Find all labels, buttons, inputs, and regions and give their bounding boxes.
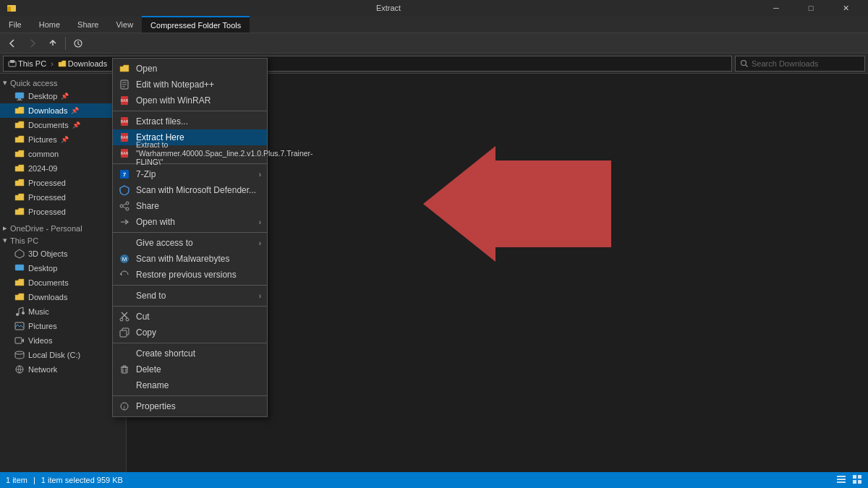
svg-rect-14 [15, 338, 22, 343]
sidebar-quick-access-header[interactable]: ▾ Quick access [0, 77, 126, 89]
ctx-edit-notepad-label: Edit with Notepad++ [136, 80, 261, 90]
ribbon-tab-share[interactable]: Share [69, 16, 107, 33]
sidebar-item-processed-2[interactable]: Processed [0, 190, 126, 205]
close-button[interactable]: ✕ [829, 0, 862, 16]
ctx-scan-defender[interactable]: Scan with Microsoft Defender... [113, 182, 267, 198]
path-this-pc[interactable]: This PC [8, 59, 46, 68]
pictures-icon-2 [14, 321, 25, 331]
status-selection: 1 item selected 959 KB [41, 476, 123, 484]
sidebar-item-documents[interactable]: Documents 📌 [0, 118, 126, 132]
ctx-sep-1 [113, 111, 267, 111]
ribbon-tab-file[interactable]: File [0, 16, 30, 33]
up-button[interactable] [43, 35, 62, 51]
ribbon-tab-home[interactable]: Home [30, 16, 69, 33]
svg-point-5 [741, 60, 746, 65]
extract-here-icon: RAR [119, 132, 130, 143]
desktop-icon-2 [14, 263, 25, 273]
title-bar: Extract ─ □ ✕ [0, 0, 868, 16]
ctx-send-to[interactable]: Send to › [113, 288, 267, 304]
sidebar-item-downloads-2[interactable]: Downloads [0, 290, 126, 304]
sidebar-onedrive-header[interactable]: ▸ OneDrive - Personal [0, 222, 126, 234]
sidebar-desktop-2-label: Desktop [28, 264, 57, 273]
ctx-open[interactable]: Open [113, 61, 267, 77]
svg-rect-7 [18, 98, 21, 100]
svg-point-38 [126, 202, 129, 205]
back-button[interactable] [3, 35, 22, 51]
sidebar-item-network[interactable]: Network [0, 362, 126, 377]
extract-to-icon: RAR [119, 147, 130, 159]
view-details-icon[interactable] [852, 474, 862, 486]
svg-text:RAR: RAR [121, 98, 129, 103]
svg-rect-10 [15, 265, 24, 270]
sidebar-item-pictures[interactable]: Pictures 📌 [0, 132, 126, 147]
ctx-delete[interactable]: Delete [113, 361, 267, 377]
sidebar-item-downloads[interactable]: Downloads 📌 [0, 103, 126, 118]
ctx-share-label: Share [136, 201, 261, 211]
ctx-give-access-arrow: › [259, 239, 261, 247]
sidebar-onedrive-label: OneDrive - Personal [10, 224, 82, 233]
ribbon-tab-view[interactable]: View [107, 16, 142, 33]
search-box[interactable]: Search Downloads [735, 56, 865, 72]
view-list-icon[interactable] [836, 474, 846, 486]
sidebar-item-3d-objects[interactable]: 3D Objects [0, 247, 126, 261]
sidebar-videos-label: Videos [28, 336, 52, 345]
ctx-properties-label: Properties [136, 401, 261, 411]
winrar-icon: RAR [119, 95, 130, 106]
ctx-restore-versions[interactable]: Restore previous versions [113, 267, 267, 283]
ctx-7zip[interactable]: 7 7-Zip › [113, 166, 267, 182]
pin-icon: 📌 [61, 93, 69, 100]
sidebar-item-music[interactable]: Music [0, 304, 126, 319]
cut-icon [119, 311, 130, 322]
sidebar-item-desktop[interactable]: Desktop 📌 [0, 89, 126, 103]
sidebar: ▾ Quick access Desktop 📌 Downloads 📌 Doc… [0, 74, 127, 472]
sidebar-item-pictures-2[interactable]: Pictures [0, 319, 126, 333]
svg-rect-52 [837, 481, 846, 483]
documents-icon-2 [14, 278, 25, 288]
forward-button[interactable] [23, 35, 42, 51]
restore-icon [119, 269, 130, 281]
ctx-give-access-label: Give access to [136, 238, 253, 248]
ctx-edit-notepad[interactable]: Edit with Notepad++ [113, 77, 267, 93]
sidebar-item-common[interactable]: common [0, 147, 126, 161]
ctx-scan-malwarebytes[interactable]: M Scan with Malwarebytes [113, 251, 267, 267]
sidebar-item-videos[interactable]: Videos [0, 333, 126, 348]
ctx-extract-to[interactable]: RAR Extract to "Warhammer.40000.Spac_lin… [113, 145, 267, 161]
ctx-cut[interactable]: Cut [113, 309, 267, 325]
path-arrow-1: › [51, 59, 54, 68]
sidebar-item-processed-1[interactable]: Processed [0, 176, 126, 190]
ctx-properties[interactable]: i Properties [113, 398, 267, 414]
svg-text:RAR: RAR [121, 119, 129, 124]
ctx-restore-versions-label: Restore previous versions [136, 270, 261, 280]
sidebar-item-documents-2[interactable]: Documents [0, 275, 126, 290]
maximize-button[interactable]: □ [794, 0, 827, 16]
svg-point-16 [15, 351, 24, 354]
ctx-create-shortcut[interactable]: Create shortcut [113, 346, 267, 361]
malwarebytes-icon: M [119, 253, 130, 265]
annotation-arrow [365, 139, 618, 320]
sidebar-downloads-2-label: Downloads [28, 293, 67, 301]
sidebar-thispc-header[interactable]: ▾ This PC [0, 234, 126, 247]
ribbon-tab-compressed[interactable]: Compressed Folder Tools [142, 16, 250, 33]
ctx-share[interactable]: Share [113, 198, 267, 214]
window-controls[interactable]: ─ □ ✕ [760, 0, 862, 16]
sidebar-item-processed-3[interactable]: Processed [0, 205, 126, 219]
sidebar-item-local-disk[interactable]: Local Disk (C:) [0, 348, 126, 362]
svg-rect-47 [122, 367, 127, 373]
ctx-extract-files[interactable]: RAR Extract files... [113, 114, 267, 129]
ctx-give-access[interactable]: Give access to › [113, 235, 267, 251]
ctx-rename[interactable]: Rename [113, 377, 267, 393]
sidebar-item-2024-09[interactable]: 2024-09 [0, 161, 126, 176]
sidebar-desktop-label: Desktop [28, 92, 57, 100]
ctx-copy-label: Copy [136, 328, 261, 338]
ctx-copy[interactable]: Copy [113, 325, 267, 341]
svg-rect-56 [858, 480, 861, 484]
ctx-open-with[interactable]: Open with › [113, 214, 267, 230]
ctx-open-winrar[interactable]: RAR Open with WinRAR [113, 93, 267, 108]
processed-folder-icon-2 [14, 192, 25, 202]
recent-button[interactable] [69, 35, 88, 51]
minimize-button[interactable]: ─ [760, 0, 793, 16]
sidebar-item-desktop-2[interactable]: Desktop [0, 261, 126, 275]
svg-rect-51 [837, 479, 846, 480]
shortcut-icon [119, 348, 130, 359]
path-downloads[interactable]: Downloads [58, 59, 107, 68]
